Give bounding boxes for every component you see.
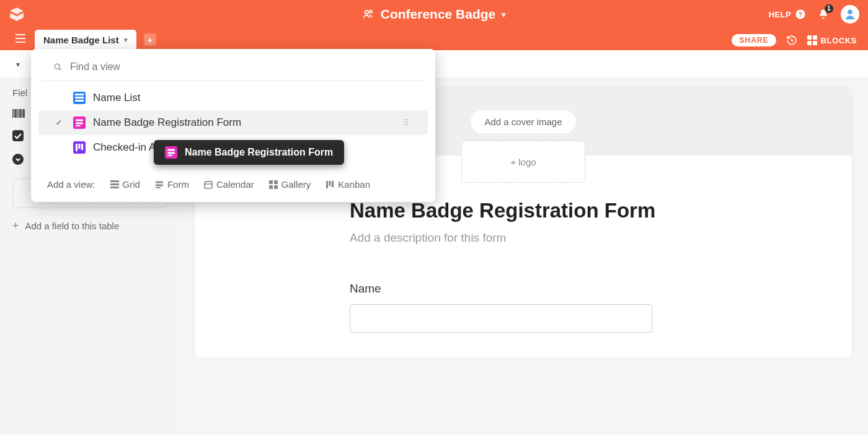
notification-badge: 1 (825, 4, 833, 13)
check-icon: ✓ (56, 118, 66, 127)
svg-point-11 (55, 64, 60, 69)
svg-text:?: ? (799, 11, 803, 18)
view-search-input[interactable] (70, 61, 413, 72)
drag-preview-label: Name Badge Registration Form (185, 147, 333, 158)
svg-point-10 (12, 154, 24, 165)
chevron-down-icon: ▾ (124, 36, 128, 44)
svg-rect-26 (156, 187, 161, 188)
svg-rect-9 (12, 130, 24, 141)
form-description-placeholder[interactable]: Add a description for this form (350, 231, 697, 245)
search-icon (53, 63, 63, 72)
people-icon (362, 8, 374, 20)
help-icon: ? (795, 9, 806, 20)
svg-rect-28 (269, 180, 273, 184)
add-view-label: Add a view: (47, 179, 95, 190)
svg-rect-12 (75, 94, 84, 95)
user-icon (843, 7, 857, 21)
svg-rect-31 (274, 185, 278, 189)
svg-rect-32 (326, 181, 328, 188)
svg-rect-16 (76, 123, 83, 125)
table-tab-active[interactable]: Name Badge List ▾ (35, 30, 136, 50)
add-cover-button[interactable]: Add a cover image (471, 110, 575, 133)
view-item-label: Name List (93, 92, 141, 104)
plus-icon: + (12, 219, 19, 232)
svg-rect-36 (167, 152, 175, 154)
form-title[interactable]: Name Badge Registration Form (350, 199, 697, 222)
barcode-icon (12, 109, 25, 118)
svg-rect-7 (807, 41, 812, 45)
chevron-down-icon: ▾ (502, 10, 506, 19)
add-view-gallery[interactable]: Gallery (269, 179, 311, 190)
svg-rect-22 (110, 183, 119, 185)
add-view-calendar[interactable]: Calendar (204, 179, 254, 190)
view-item-name-list[interactable]: Name List (38, 86, 428, 110)
svg-rect-5 (807, 35, 812, 40)
svg-rect-23 (110, 187, 119, 188)
svg-rect-18 (76, 144, 78, 151)
svg-rect-8 (813, 41, 817, 45)
share-button[interactable]: SHARE (732, 34, 776, 46)
svg-point-1 (370, 11, 372, 13)
svg-rect-21 (110, 180, 119, 182)
svg-rect-24 (156, 181, 163, 183)
hamburger-icon[interactable] (11, 30, 30, 46)
help-button[interactable]: HELP ? (769, 9, 806, 20)
grid-view-icon (73, 92, 86, 104)
avatar[interactable] (841, 5, 859, 24)
view-item-registration-form[interactable]: ✓ Name Badge Registration Form ⠿ (38, 110, 428, 135)
svg-rect-13 (75, 97, 84, 99)
blocks-button[interactable]: BLOCKS (807, 35, 857, 45)
history-icon[interactable] (786, 35, 797, 46)
drag-preview-tooltip: Name Badge Registration Form (154, 140, 344, 165)
svg-rect-30 (269, 185, 273, 189)
svg-point-0 (365, 11, 368, 14)
logo-icon[interactable] (9, 6, 25, 22)
svg-rect-14 (75, 100, 84, 102)
drag-handle-icon[interactable]: ⠿ (403, 118, 410, 128)
blocks-icon (807, 35, 817, 45)
form-view-icon (73, 116, 86, 129)
svg-rect-34 (332, 181, 334, 187)
base-title-wrap[interactable]: Conference Badge ▾ (362, 7, 507, 22)
form-field-name-input[interactable] (350, 304, 652, 333)
svg-rect-20 (81, 144, 83, 150)
collapse-sidebar-button[interactable]: ▾ (7, 54, 29, 75)
svg-rect-15 (76, 120, 83, 121)
notifications-button[interactable]: 1 (817, 8, 830, 20)
svg-rect-35 (167, 149, 175, 151)
svg-point-4 (848, 9, 852, 14)
single-select-icon (12, 154, 25, 165)
svg-rect-29 (274, 180, 278, 184)
add-table-button[interactable]: + (144, 33, 156, 46)
kanban-view-icon (73, 141, 86, 154)
base-title: Conference Badge (381, 7, 496, 22)
svg-rect-33 (329, 181, 331, 186)
view-switcher-popover: Name List ✓ Name Badge Registration Form… (31, 49, 435, 202)
table-tabbar: Name Badge List ▾ + SHARE BLOCKS (0, 29, 868, 50)
svg-rect-27 (205, 182, 212, 188)
add-view-grid[interactable]: Grid (110, 179, 140, 190)
svg-rect-25 (156, 184, 163, 186)
add-view-row: Add a view: Grid Form Calendar Gallery K… (31, 169, 435, 193)
form-field-label-name: Name (350, 282, 697, 296)
svg-rect-19 (79, 144, 81, 149)
add-view-kanban[interactable]: Kanban (326, 179, 370, 190)
add-view-form[interactable]: Form (155, 179, 189, 190)
app-header: Conference Badge ▾ HELP ? 1 (0, 0, 868, 29)
add-field-button[interactable]: + Add a field to this table (12, 219, 166, 232)
table-tab-label: Name Badge List (43, 35, 119, 45)
svg-rect-17 (76, 125, 81, 126)
form-view-icon (165, 146, 177, 159)
svg-rect-37 (167, 155, 172, 156)
svg-rect-6 (813, 35, 817, 40)
checkbox-icon (12, 130, 25, 141)
view-item-label: Name Badge Registration Form (93, 116, 241, 129)
add-logo-dropzone[interactable]: + logo (461, 141, 585, 183)
